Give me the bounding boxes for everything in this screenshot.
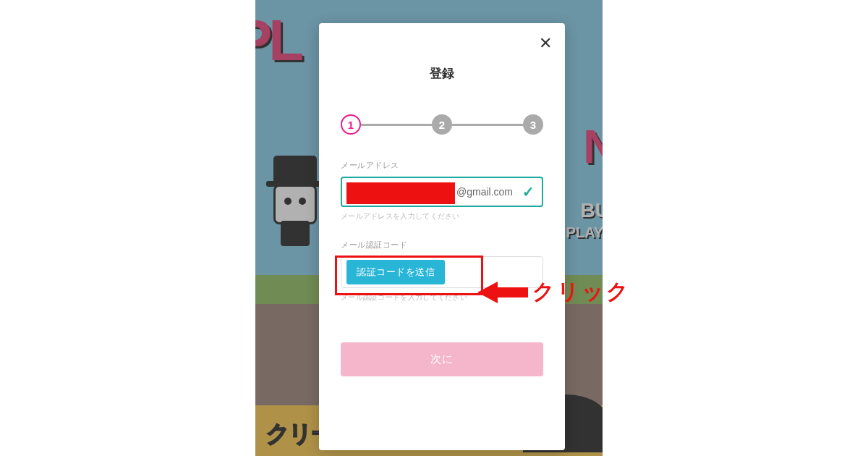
modal-title: 登録 — [341, 65, 543, 82]
step-line — [361, 124, 432, 126]
step-2: 2 — [432, 114, 452, 135]
email-domain: @gmail.com — [456, 186, 513, 198]
step-1: 1 — [341, 114, 361, 135]
email-helper: メールアドレスを入力してください — [341, 211, 543, 221]
step-line — [452, 124, 523, 126]
annotation-arrow-label: クリック — [477, 277, 631, 307]
progress-stepper: 1 2 3 — [341, 114, 543, 135]
email-input[interactable]: @gmail.com ✓ — [341, 177, 543, 207]
redacted-email-part — [346, 182, 455, 204]
close-button[interactable]: ✕ — [539, 34, 552, 53]
code-label: メール認証コード — [341, 240, 543, 250]
arrow-icon — [477, 282, 498, 303]
next-button[interactable]: 次に — [341, 342, 543, 376]
checkmark-icon: ✓ — [522, 183, 535, 200]
arrow-line — [498, 287, 528, 297]
email-label: メールアドレス — [341, 160, 543, 171]
registration-modal: ✕ 登録 1 2 3 メールアドレス @gmail.com ✓ メールアドレスを… — [319, 23, 565, 450]
click-label: クリック — [532, 277, 631, 307]
send-code-button[interactable]: 認証コードを送信 — [346, 260, 445, 284]
close-icon: ✕ — [539, 34, 552, 52]
step-3: 3 — [523, 114, 543, 135]
